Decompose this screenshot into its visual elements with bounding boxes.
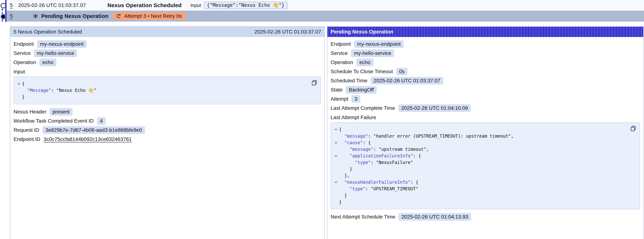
timeline-accent-bar <box>5 0 6 22</box>
retry-status-badge: Attempt 3 • Next Retry 0s <box>113 12 186 20</box>
field-nexus-header: Nexus Header present <box>14 108 321 116</box>
panel-timestamp: 2025-02-26 UTC 01:03:37.07 <box>254 29 321 35</box>
event-id-link[interactable]: 5 <box>10 13 13 19</box>
input-label: Input <box>190 2 201 8</box>
collapse-chevron-icon[interactable] <box>16 80 22 87</box>
field-value-badge: 0s <box>396 68 408 76</box>
field-workflow-task-completed-event-id: Workflow Task Completed Event ID 4 <box>14 117 321 125</box>
input-section-label: Input <box>14 69 321 75</box>
field-service: Service my-hello-service <box>14 50 321 57</box>
field-scheduled-time: Scheduled Time 2025-02-26 UTC 01:03:37.0… <box>330 77 640 84</box>
field-value-badge: 2025-02-26 UTC 01:04:13.93 <box>398 213 471 221</box>
input-preview-chip: {"Message":"Nexus Echo 👋"} <box>204 2 288 9</box>
last-attempt-failure-label: Last Attempt Failure <box>330 114 640 120</box>
field-operation: Operation echo <box>14 58 321 66</box>
field-next-attempt-schedule-time: Next Attempt Schedule Time 2025-02-26 UT… <box>330 213 640 221</box>
field-endpoint: Endpoint my-nexus-endpoint <box>330 40 640 48</box>
last-attempt-failure-json-viewer: { "message": "handler error (UPSTREAM_TI… <box>330 122 640 209</box>
collapse-chevron-icon[interactable] <box>333 126 339 133</box>
scheduled-event-panel: 5 Nexus Operation Scheduled 2025-02-26 U… <box>10 26 325 239</box>
field-value-badge: my-hello-service <box>351 50 394 57</box>
copy-icon[interactable] <box>311 80 318 86</box>
field-value-badge: present <box>50 108 72 116</box>
endpoint-id-link[interactable]: 3c0c75ccfa8144b092c13ce632463761 <box>44 136 132 142</box>
field-value-badge: BackingOff <box>346 86 376 94</box>
event-timestamp: 2025-02-26 UTC 01:03:37.07 <box>18 2 86 8</box>
retry-icon <box>116 14 121 19</box>
event-row-pending-nexus-operation[interactable]: 5 Pending Nexus Operation Attempt 3 • Ne… <box>6 10 644 22</box>
retry-badge-label: Attempt 3 • Next Retry 0s <box>124 13 182 19</box>
collapse-chevron-icon[interactable] <box>333 152 339 159</box>
field-value-badge: 2025-02-26 UTC 01:04:10.09 <box>398 104 471 112</box>
field-value-badge: my-hello-service <box>34 50 77 57</box>
event-history-detail-view: 5 2025-02-26 UTC 01:03:37.07 Nexus Opera… <box>0 0 644 239</box>
timeline-marker-current-icon <box>0 14 6 20</box>
field-value-badge: echo <box>39 58 56 66</box>
collapse-chevron-icon[interactable] <box>333 179 339 186</box>
field-schedule-to-close-timeout: Schedule To Close Timeout 0s <box>330 68 640 76</box>
copy-icon[interactable] <box>630 125 637 132</box>
field-request-id: Request ID 3e829b7e-7d67-4b08-aad3-b1e86… <box>14 126 321 134</box>
collapse-chevron-icon[interactable] <box>333 140 339 146</box>
field-last-attempt-complete-time: Last Attempt Complete Time 2025-02-26 UT… <box>330 104 640 112</box>
field-value-badge: 3e829b7e-7d67-4b08-aad3-b1e868bfe9e0 <box>42 126 145 134</box>
scheduled-panel-header: 5 Nexus Operation Scheduled 2025-02-26 U… <box>10 27 324 37</box>
field-attempt: Attempt 3 <box>330 95 640 103</box>
event-title: Pending Nexus Operation <box>41 13 108 19</box>
input-json-viewer: { "Message": "Nexus Echo 👋"} <box>14 76 321 104</box>
panel-title: Pending Nexus Operation <box>330 29 393 35</box>
field-value-badge: 4 <box>97 117 106 125</box>
event-id-link[interactable]: 5 <box>10 2 13 8</box>
event-row-nexus-operation-scheduled[interactable]: 5 2025-02-26 UTC 01:03:37.07 Nexus Opera… <box>6 0 644 10</box>
pending-nexus-operation-panel: Pending Nexus Operation Endpoint my-nexu… <box>327 26 644 239</box>
panel-title: 5 Nexus Operation Scheduled <box>14 29 82 35</box>
field-service: Service my-hello-service <box>330 50 640 57</box>
field-endpoint: Endpoint my-nexus-endpoint <box>14 40 321 48</box>
field-endpoint-id: Endpoint ID 3c0c75ccfa8144b092c13ce63246… <box>14 136 321 143</box>
field-value-badge: 2025-02-26 UTC 01:03:37.07 <box>371 77 443 84</box>
pending-asterisk-icon <box>32 13 38 19</box>
field-operation: Operation echo <box>330 58 640 66</box>
field-state: State BackingOff <box>330 86 640 94</box>
event-title: Nexus Operation Scheduled <box>108 2 182 8</box>
field-value-badge: echo <box>356 58 374 66</box>
field-value-badge: my-nexus-endpoint <box>37 40 86 48</box>
event-detail-panels: 5 Nexus Operation Scheduled 2025-02-26 U… <box>10 26 644 239</box>
pending-panel-header: Pending Nexus Operation <box>327 27 643 37</box>
field-value-badge: my-nexus-endpoint <box>354 40 404 48</box>
timeline-marker-scheduled-icon <box>0 3 6 8</box>
field-value-badge: 3 <box>352 95 360 103</box>
